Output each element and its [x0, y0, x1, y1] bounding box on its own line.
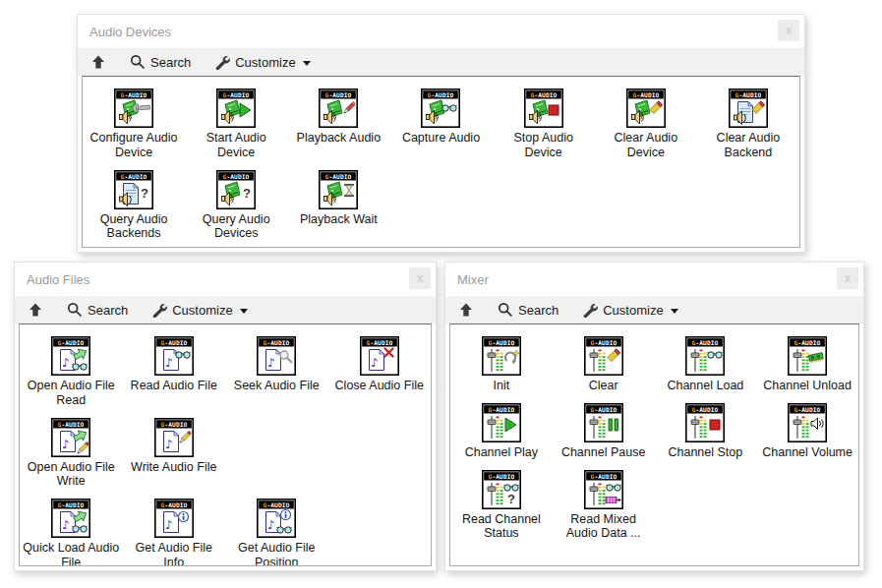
palette-item-read-mixed-audio-data[interactable]: G-AUDIORead Mixed Audio Data ...	[553, 470, 655, 542]
svg-text:G-AUDIO: G-AUDIO	[58, 339, 85, 346]
customize-button[interactable]: Customize	[151, 302, 247, 318]
palette-item-query-audio-devices[interactable]: G-AUDIOQuery Audio Devices	[185, 170, 287, 242]
customize-button[interactable]: Customize	[582, 302, 677, 318]
palette-row: G-AUDIOChannel PlayG-AUDIOChannel PauseG…	[450, 403, 858, 470]
window-title: Mixer	[457, 272, 489, 287]
palette-item-channel-stop[interactable]: G-AUDIOChannel Stop	[655, 403, 757, 460]
toolbar: Search Customize	[445, 296, 863, 323]
palette-item-get-audio-file-position[interactable]: G-AUDIOGet Audio File Position	[225, 499, 328, 566]
palette-item-clear-audio-device[interactable]: G-AUDIOClear Audio Device	[595, 88, 697, 160]
vi-icon: G-AUDIO	[114, 170, 153, 209]
item-label: Clear Audio Device	[602, 131, 690, 160]
search-button[interactable]: Search	[67, 302, 128, 318]
search-icon	[498, 302, 513, 318]
chevron-down-icon	[303, 61, 311, 66]
palette-item-channel-volume[interactable]: G-AUDIOChannel Volume	[756, 403, 858, 460]
vi-icon: G-AUDIO	[257, 336, 296, 376]
up-button[interactable]	[90, 54, 106, 70]
item-label: Channel Play	[465, 445, 538, 460]
item-label: Get Audio File Info	[125, 541, 223, 566]
chevron-down-icon	[671, 309, 678, 314]
item-label: Init	[494, 379, 510, 393]
item-label: Configure Audio Device	[89, 131, 178, 160]
up-button[interactable]	[28, 302, 43, 318]
vi-icon: G-AUDIO	[584, 470, 623, 509]
svg-text:G-AUDIO: G-AUDIO	[530, 91, 557, 98]
svg-text:G-AUDIO: G-AUDIO	[223, 172, 250, 179]
palette-item-playback-wait[interactable]: G-AUDIOPlayback Wait	[287, 170, 389, 242]
palette-item-playback-audio[interactable]: G-AUDIOPlayback Audio	[287, 88, 389, 160]
palette-item-close-audio-file[interactable]: G-AUDIOClose Audio File	[328, 336, 432, 408]
close-icon: x	[417, 272, 424, 284]
search-label: Search	[150, 55, 191, 70]
palette-item-configure-audio-device[interactable]: G-AUDIOConfigure Audio Device	[83, 88, 185, 160]
palette-item-capture-audio[interactable]: G-AUDIOCapture Audio	[389, 88, 492, 160]
palette-item-clear-audio-backend[interactable]: G-AUDIOClear Audio Backend	[697, 88, 799, 160]
palette-item-init[interactable]: G-AUDIOInit	[450, 336, 553, 393]
svg-text:G-AUDIO: G-AUDIO	[735, 91, 762, 98]
svg-text:G-AUDIO: G-AUDIO	[325, 172, 352, 179]
svg-text:G-AUDIO: G-AUDIO	[264, 501, 290, 508]
svg-text:G-AUDIO: G-AUDIO	[590, 406, 617, 413]
vi-icon: G-AUDIO	[482, 336, 521, 376]
palette-item-read-channel-status[interactable]: G-AUDIORead Channel Status	[450, 470, 553, 542]
palette-item-query-audio-backends[interactable]: G-AUDIOQuery Audio Backends	[83, 170, 185, 242]
close-button[interactable]: x	[409, 267, 431, 289]
vi-icon: G-AUDIO	[584, 336, 623, 376]
svg-text:G-AUDIO: G-AUDIO	[692, 406, 719, 413]
item-label: Open Audio File Read	[22, 379, 120, 408]
svg-text:G-AUDIO: G-AUDIO	[160, 339, 187, 346]
vi-icon: G-AUDIO	[685, 403, 725, 442]
item-label: Channel Unload	[763, 379, 852, 393]
vi-icon: G-AUDIO	[154, 336, 194, 376]
palette-content: G-AUDIOConfigure Audio DeviceG-AUDIOStar…	[82, 76, 800, 248]
item-label: Channel Stop	[668, 445, 742, 460]
vi-icon: G-AUDIO	[788, 336, 827, 376]
palette-item-open-audio-file-write[interactable]: G-AUDIOOpen Audio File Write	[20, 418, 123, 490]
wrench-icon	[151, 302, 167, 318]
vi-icon: G-AUDIO	[114, 88, 153, 128]
palette-item-channel-play[interactable]: G-AUDIOChannel Play	[450, 403, 553, 460]
vi-icon: G-AUDIO	[319, 170, 358, 209]
vi-icon: G-AUDIO	[51, 418, 90, 457]
palette-item-stop-audio-device[interactable]: G-AUDIOStop Audio Device	[493, 88, 595, 160]
wrench-icon	[214, 54, 230, 70]
chevron-down-icon	[240, 309, 248, 314]
vi-icon: G-AUDIO	[319, 88, 358, 128]
svg-text:G-AUDIO: G-AUDIO	[58, 501, 85, 508]
palette-item-channel-unload[interactable]: G-AUDIOChannel Unload	[756, 336, 858, 393]
up-button[interactable]	[458, 302, 474, 318]
palette-item-read-audio-file[interactable]: G-AUDIORead Audio File	[123, 336, 226, 408]
customize-label: Customize	[603, 303, 663, 318]
titlebar[interactable]: Audio Files x	[15, 263, 436, 296]
palette-item-quick-load-audio-file[interactable]: G-AUDIOQuick Load Audio File	[20, 499, 123, 566]
vi-icon: G-AUDIO	[154, 418, 194, 457]
palette-item-clear[interactable]: G-AUDIOClear	[553, 336, 655, 393]
palette-row: G-AUDIOConfigure Audio DeviceG-AUDIOStar…	[83, 88, 799, 170]
svg-text:G-AUDIO: G-AUDIO	[488, 406, 514, 413]
palette-item-channel-load[interactable]: G-AUDIOChannel Load	[655, 336, 757, 393]
close-button[interactable]: x	[778, 20, 799, 41]
vi-icon: G-AUDIO	[216, 88, 256, 128]
palette-item-write-audio-file[interactable]: G-AUDIOWrite Audio File	[123, 418, 226, 490]
titlebar[interactable]: Mixer x	[445, 263, 863, 296]
svg-text:G-AUDIO: G-AUDIO	[590, 472, 617, 479]
palette-item-start-audio-device[interactable]: G-AUDIOStart Audio Device	[185, 88, 287, 160]
search-button[interactable]: Search	[498, 302, 559, 318]
svg-text:G-AUDIO: G-AUDIO	[632, 91, 659, 98]
vi-icon: G-AUDIO	[584, 403, 623, 442]
palette-item-get-audio-file-info[interactable]: G-AUDIOGet Audio File Info	[123, 499, 226, 566]
svg-text:G-AUDIO: G-AUDIO	[692, 339, 719, 346]
customize-button[interactable]: Customize	[214, 54, 310, 70]
svg-text:G-AUDIO: G-AUDIO	[325, 91, 352, 98]
svg-text:G-AUDIO: G-AUDIO	[794, 406, 821, 413]
search-button[interactable]: Search	[130, 54, 191, 70]
close-button[interactable]: x	[837, 267, 858, 289]
palette-item-seek-audio-file[interactable]: G-AUDIOSeek Audio File	[225, 336, 328, 408]
palette-item-channel-pause[interactable]: G-AUDIOChannel Pause	[553, 403, 655, 460]
titlebar[interactable]: Audio Devices x	[78, 15, 804, 48]
svg-text:G-AUDIO: G-AUDIO	[428, 91, 454, 98]
palette-item-open-audio-file-read[interactable]: G-AUDIOOpen Audio File Read	[20, 336, 123, 408]
item-label: Channel Volume	[762, 445, 853, 460]
window-title: Audio Files	[27, 272, 89, 287]
